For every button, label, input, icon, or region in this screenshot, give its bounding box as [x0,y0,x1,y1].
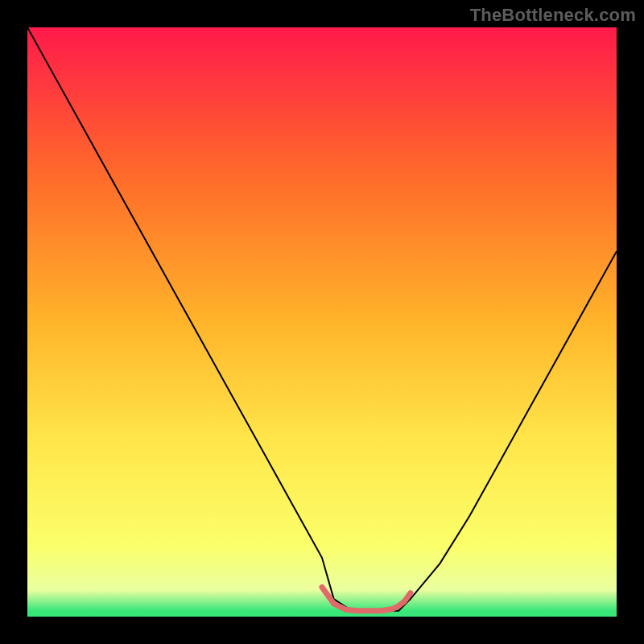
gradient-background [27,27,617,617]
plot-area [27,27,617,617]
watermark-text: TheBottleneck.com [470,5,636,26]
chart-container: TheBottleneck.com [0,0,644,644]
chart-svg [27,27,617,617]
